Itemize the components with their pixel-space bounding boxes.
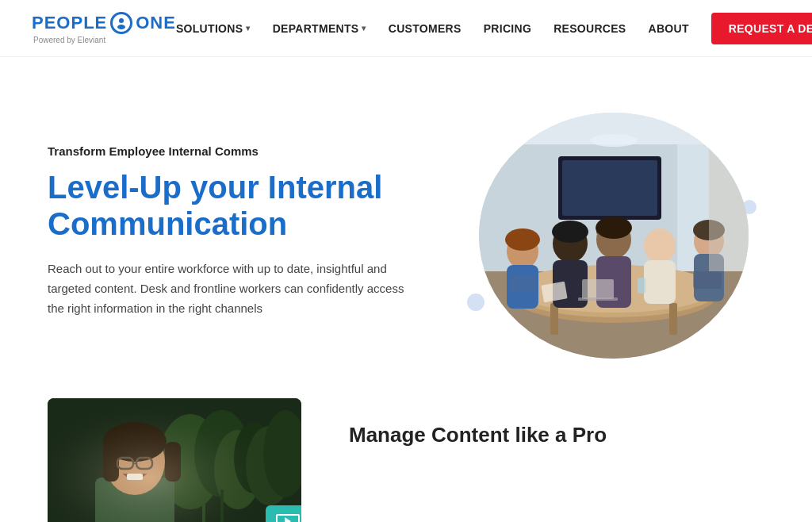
meeting-illustration [479, 113, 749, 359]
chevron-down-icon: ▾ [362, 24, 366, 33]
chevron-down-icon: ▾ [246, 24, 250, 33]
svg-rect-31 [578, 297, 618, 301]
hero-content: Transform Employee Internal Comms Level-… [48, 144, 460, 318]
hero-title: Level-Up your Internal Communication [48, 169, 460, 242]
nav-item-pricing[interactable]: PRICING [484, 22, 531, 35]
bottom-illustration [48, 398, 301, 522]
nav-item-solutions[interactable]: SOLUTIONS ▾ [176, 22, 251, 35]
nav-item-departments[interactable]: DEPARTMENTS ▾ [273, 22, 366, 35]
svg-rect-14 [550, 303, 558, 335]
logo-powered-text: Powered by Eleviant [33, 36, 105, 44]
logo-icon [110, 12, 132, 34]
play-triangle-icon [285, 517, 291, 522]
hero-subtitle: Transform Employee Internal Comms [48, 144, 460, 158]
nav-links: SOLUTIONS ▾ DEPARTMENTS ▾ CUSTOMERS PRIC… [176, 13, 812, 44]
nav-pricing-label: PRICING [484, 22, 531, 35]
video-play-badge[interactable] [266, 505, 301, 522]
svg-point-25 [644, 228, 676, 263]
svg-rect-33 [638, 278, 645, 294]
logo-people-text: PEOPLE [32, 13, 107, 33]
nav-departments-label: DEPARTMENTS [273, 22, 359, 35]
logo[interactable]: PEOPLE ONE Powered by Eleviant [32, 12, 176, 44]
navbar: PEOPLE ONE Powered by Eleviant SOLUTIONS… [0, 0, 812, 57]
svg-rect-15 [669, 303, 677, 335]
svg-rect-26 [644, 260, 676, 304]
bottom-title: Manage Content like a Pro [349, 422, 607, 449]
hero-meeting-photo [479, 113, 749, 359]
svg-point-21 [552, 221, 588, 243]
hero-description: Reach out to your entire workforce with … [48, 259, 420, 318]
request-demo-button[interactable]: REQUEST A DEMO [711, 13, 812, 44]
bottom-photo [48, 398, 301, 522]
svg-point-1 [117, 25, 125, 29]
play-icon [266, 505, 301, 522]
svg-point-24 [596, 217, 632, 239]
bottom-image-wrap [48, 398, 301, 522]
nav-item-about[interactable]: ABOUT [649, 22, 689, 35]
bottom-section: Manage Content like a Pro [0, 398, 812, 522]
nav-item-customers[interactable]: CUSTOMERS [389, 22, 462, 35]
nav-item-cta[interactable]: REQUEST A DEMO [711, 13, 812, 44]
nav-solutions-label: SOLUTIONS [176, 22, 243, 35]
svg-rect-56 [48, 398, 301, 522]
nav-item-resources[interactable]: RESOURCES [553, 22, 626, 35]
nav-customers-label: CUSTOMERS [389, 22, 462, 35]
hero-section: Transform Employee Internal Comms Level-… [0, 57, 812, 390]
play-screen-icon [276, 514, 300, 522]
svg-point-0 [119, 18, 124, 23]
nav-about-label: ABOUT [649, 22, 689, 35]
svg-rect-36 [709, 144, 749, 271]
svg-rect-34 [509, 275, 538, 291]
bottom-content: Manage Content like a Pro [349, 398, 607, 449]
svg-point-37 [590, 134, 638, 147]
nav-resources-label: RESOURCES [553, 22, 626, 35]
svg-rect-30 [582, 279, 614, 299]
logo-one-text: ONE [136, 13, 176, 33]
svg-rect-8 [562, 160, 657, 216]
svg-point-18 [505, 228, 540, 251]
svg-rect-35 [693, 271, 722, 289]
hero-image [463, 105, 764, 359]
decorative-dot-2 [467, 294, 485, 311]
